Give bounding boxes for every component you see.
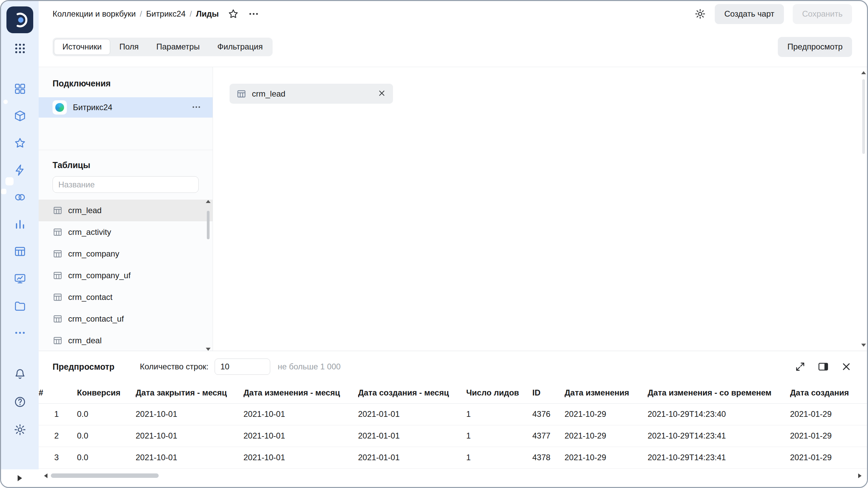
sources-panel: Подключения Битрикс24 Таблицы crm_lead xyxy=(39,67,213,351)
cell: 2021-10-29 xyxy=(565,447,648,468)
close-icon[interactable] xyxy=(841,361,852,372)
table-list-item[interactable]: crm_deal xyxy=(39,330,213,351)
cell: 2021-10-29T14:23:41 xyxy=(648,447,790,468)
cell: 2021-10-01 xyxy=(243,447,358,468)
column-header: Число лидов xyxy=(466,382,532,403)
preview-actions xyxy=(794,361,852,372)
more-menu-icon[interactable] xyxy=(248,8,259,20)
lightning-icon[interactable] xyxy=(14,164,26,177)
cell: 0.0 xyxy=(77,425,136,447)
table-list-item[interactable]: crm_company_uf xyxy=(39,265,213,286)
chip-close-icon[interactable] xyxy=(377,89,386,99)
table-list-item[interactable]: crm_activity xyxy=(39,221,213,243)
table-list-item[interactable]: crm_contact xyxy=(39,286,213,308)
expand-sidebar-button[interactable] xyxy=(18,475,22,481)
scrollbar-thumb[interactable] xyxy=(51,473,159,478)
squares-grid-icon[interactable] xyxy=(14,82,26,95)
tab[interactable]: Параметры xyxy=(148,39,208,55)
gear-icon[interactable] xyxy=(14,423,26,436)
column-header: Конверсия xyxy=(77,382,136,403)
table-list-item[interactable]: crm_contact_uf xyxy=(39,308,213,330)
bar-chart-icon[interactable] xyxy=(14,218,26,231)
table-icon xyxy=(53,249,63,259)
save-button[interactable]: Сохранить xyxy=(793,4,852,24)
favorite-star-icon[interactable] xyxy=(228,8,239,20)
scroll-down-icon[interactable] xyxy=(861,344,866,347)
dataset-canvas: crm_lead xyxy=(213,67,867,351)
expand-icon[interactable] xyxy=(794,361,806,372)
bitrix24-icon xyxy=(53,100,67,115)
table-row: 3 0.0 2021-10-01 2021-10-01 2021-01-01 1… xyxy=(39,447,867,468)
more-icon[interactable] xyxy=(14,326,26,339)
table-icon xyxy=(53,205,63,216)
folder-icon[interactable] xyxy=(14,299,26,312)
scroll-down-icon[interactable] xyxy=(206,348,211,351)
cell: 3 xyxy=(39,447,77,468)
table-icon xyxy=(53,336,63,346)
box-icon[interactable] xyxy=(14,109,26,122)
help-icon[interactable] xyxy=(14,395,26,408)
apps-grid-icon[interactable] xyxy=(14,42,26,55)
tables-list-scrollbar[interactable] xyxy=(206,200,211,351)
monitor-chart-icon[interactable] xyxy=(14,272,26,285)
sidebar-nav xyxy=(14,82,26,339)
scroll-left-icon[interactable] xyxy=(44,473,47,478)
app-window: Коллекции и воркбуки / Битрикс24 / Лиды … xyxy=(0,0,868,488)
cell: 2021-01-01 xyxy=(358,403,466,425)
connection-label: Битрикс24 xyxy=(73,103,112,112)
scroll-right-icon[interactable] xyxy=(858,473,862,478)
row-count-hint: не больше 1 000 xyxy=(278,362,341,371)
connection-item[interactable]: Битрикс24 xyxy=(39,97,213,118)
preview-title: Предпросмотр xyxy=(53,362,115,372)
table-list-item[interactable]: crm_company xyxy=(39,243,213,265)
cell: 1 xyxy=(466,403,532,425)
datalens-logo[interactable] xyxy=(6,6,33,33)
cell: 2 xyxy=(39,425,77,447)
tab[interactable]: Поля xyxy=(111,39,147,55)
scroll-up-icon[interactable] xyxy=(206,200,211,203)
main-area: Коллекции и воркбуки / Битрикс24 / Лиды … xyxy=(39,1,867,487)
cell: 1 xyxy=(466,447,532,468)
cell: 2021-10-01 xyxy=(136,403,243,425)
scrollbar-thumb[interactable] xyxy=(207,211,210,239)
horizontal-scrollbar[interactable] xyxy=(39,471,867,480)
bell-icon[interactable] xyxy=(14,368,26,381)
scroll-up-icon[interactable] xyxy=(861,71,866,74)
preview-button[interactable]: Предпросмотр xyxy=(778,37,852,57)
scrollbar-thumb[interactable] xyxy=(862,79,865,154)
breadcrumb-workbook[interactable]: Битрикс24 xyxy=(146,9,185,19)
cell: 2021-10-29T14:23:41 xyxy=(648,425,790,447)
create-chart-button[interactable]: Создать чарт xyxy=(715,4,784,24)
settings-gear-icon[interactable] xyxy=(694,8,706,20)
table-icon[interactable] xyxy=(14,245,26,258)
canvas-scrollbar[interactable] xyxy=(861,67,866,351)
breadcrumb-collections[interactable]: Коллекции и воркбуки xyxy=(53,9,136,19)
table-search-input[interactable] xyxy=(53,176,199,193)
column-header: Дата создания xyxy=(790,382,867,403)
table-chip[interactable]: crm_lead xyxy=(230,84,393,104)
star-icon[interactable] xyxy=(14,137,26,149)
table-name: crm_contact xyxy=(68,292,113,302)
rings-icon[interactable] xyxy=(14,191,26,204)
table-list-item[interactable]: crm_lead xyxy=(39,200,213,221)
column-header: Дата изменения xyxy=(565,382,648,403)
cell: 4377 xyxy=(532,425,565,447)
table-chip-label: crm_lead xyxy=(252,89,285,99)
cell: 2021-10-29T14:23:40 xyxy=(648,403,790,425)
connection-more-icon[interactable] xyxy=(191,102,201,113)
tables-title: Таблицы xyxy=(53,160,213,170)
decoration-square xyxy=(5,177,14,185)
breadcrumb: Коллекции и воркбуки / Битрикс24 / Лиды xyxy=(53,9,219,19)
tab[interactable]: Источники xyxy=(54,39,110,55)
cell: 1 xyxy=(466,425,532,447)
cell: 2021-10-01 xyxy=(136,425,243,447)
preview-table-body: 1 0.0 2021-10-01 2021-10-01 2021-01-01 1… xyxy=(39,403,867,468)
table-name: crm_deal xyxy=(68,336,102,345)
sidebar-bottom xyxy=(14,368,26,436)
expand-arrow-icon xyxy=(18,475,22,481)
row-count-input[interactable] xyxy=(215,359,270,375)
tab[interactable]: Фильтрация xyxy=(209,39,271,55)
dock-panel-icon[interactable] xyxy=(817,361,829,372)
preview-table-header-row: #КонверсияДата закрытия - месяцДата изме… xyxy=(39,382,867,403)
connections-title: Подключения xyxy=(53,79,213,88)
